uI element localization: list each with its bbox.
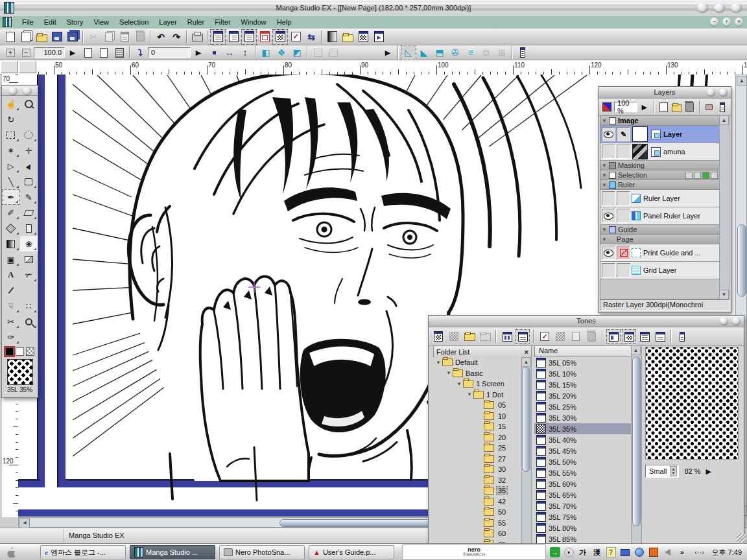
layers-scroll-down[interactable]: ▼ — [719, 290, 729, 299]
menu-ruler[interactable]: Ruler — [182, 18, 209, 26]
tone-item-35L-15[interactable]: 35L 15% — [534, 379, 632, 390]
switch-palette-button[interactable]: ⇆ — [303, 29, 319, 45]
draw-color-black-swatch[interactable] — [5, 347, 14, 356]
layer-name[interactable]: Layer — [663, 130, 682, 138]
rotation-presets-arrow[interactable]: ▶ — [191, 45, 206, 60]
layer-row-ruler-layer[interactable]: Ruler Layer — [600, 190, 720, 207]
layer-thumbnail[interactable] — [632, 144, 648, 159]
scatter-tool[interactable]: ∷ — [20, 298, 38, 314]
open-button[interactable] — [34, 29, 49, 45]
bucket-tool[interactable] — [2, 220, 20, 236]
selection-icon-2[interactable] — [694, 172, 701, 179]
tree-folder-55[interactable]: 55 — [433, 518, 523, 529]
tone-sample-button[interactable] — [553, 329, 567, 344]
layers-section-selection[interactable]: ▼Selection — [600, 170, 720, 180]
folder-list-close-icon[interactable]: × — [525, 348, 528, 356]
doc-minimize-button[interactable]: − — [710, 18, 718, 26]
volume-tray-icon[interactable] — [663, 547, 673, 557]
menu-edit[interactable]: Edit — [39, 18, 62, 26]
layer-row-panel-ruler[interactable]: Panel Ruler Layer — [600, 207, 720, 225]
tree-folder-30[interactable]: 30 — [433, 464, 523, 475]
layers-section-image[interactable]: ▼Image — [600, 116, 720, 126]
toolbar-menu-button[interactable] — [515, 45, 530, 60]
sewing-tool[interactable]: ✃ — [20, 267, 38, 283]
current-tone-preview[interactable] — [7, 359, 33, 385]
cut-button[interactable]: ✂ — [86, 29, 101, 45]
marker-tool[interactable]: ✐ — [2, 205, 20, 220]
size-stepper[interactable]: ▲▼ — [670, 466, 678, 476]
window-button-2[interactable] — [714, 3, 725, 12]
menu-selection[interactable]: Selection — [114, 18, 154, 26]
snap-ruler-button[interactable]: ◧ — [258, 45, 274, 60]
folder-tree-scrollbar[interactable]: ▲ — [521, 357, 532, 558]
ruler-pen-tool[interactable]: ✑ — [2, 329, 20, 345]
layer-name[interactable]: Panel Ruler Layer — [643, 212, 700, 220]
no-draw-cell[interactable] — [617, 246, 630, 260]
tree-folder-32[interactable]: 32 — [433, 475, 523, 486]
selection-icon-3[interactable] — [711, 172, 718, 179]
task-ie[interactable]: e엠파스 블로그 -... — [40, 545, 126, 559]
tone-item-35L-55[interactable]: 35L 55% — [534, 467, 632, 478]
task-nero[interactable]: Nero PhotoSna... — [219, 545, 305, 559]
globe-tray-icon[interactable] — [634, 547, 645, 557]
name-column-header[interactable]: Name — [534, 345, 632, 357]
show-preview-view-button[interactable] — [622, 329, 636, 344]
tools-palette-titlebar[interactable] — [2, 86, 38, 96]
visibility-cell[interactable] — [602, 145, 615, 159]
redo-button[interactable]: ↷ — [169, 29, 184, 45]
panel-tool[interactable] — [20, 251, 38, 267]
tones-collapse-button[interactable] — [732, 317, 741, 325]
menu-view[interactable]: View — [88, 18, 114, 26]
actions-button[interactable]: ► — [371, 29, 386, 45]
layer-name[interactable]: Ruler Layer — [643, 194, 680, 202]
gradation-tool[interactable] — [2, 236, 20, 251]
toggle-guide-palette-button[interactable] — [257, 29, 272, 45]
preview-size-select[interactable]: Small ▲▼ — [645, 465, 679, 478]
list-view-button[interactable] — [516, 329, 530, 344]
layer-row-print-guide[interactable]: Print Guide and ... — [600, 244, 720, 262]
tools-close-button[interactable] — [8, 87, 18, 95]
prev-page-button[interactable] — [80, 45, 96, 60]
ime-hanja-icon[interactable]: 漢 — [592, 547, 602, 557]
menu-filter[interactable]: Filter — [209, 18, 235, 26]
tree-folder-15[interactable]: 15 — [433, 421, 523, 432]
tone-item-35L-20[interactable]: 35L 20% — [534, 390, 632, 401]
visibility-cell[interactable] — [602, 246, 615, 260]
object-selector-tool[interactable]: ▷ — [2, 158, 20, 174]
title-bar[interactable]: Manga Studio EX - [[New Page] (182,00 * … — [0, 0, 747, 16]
network-tray-icon[interactable]: ‹··› — [691, 547, 708, 557]
layers-collapse-button[interactable] — [719, 88, 728, 96]
tone-item-35L-65[interactable]: 35L 65% — [534, 489, 632, 500]
layers-palette-titlebar[interactable]: Layers — [599, 87, 731, 99]
draw-cell[interactable] — [617, 209, 630, 223]
layers-section-guide[interactable]: ▼Guide — [600, 225, 720, 235]
eyedropper-tool[interactable] — [2, 283, 20, 298]
tree-folder-35[interactable]: 35 — [433, 485, 523, 496]
visibility-cell[interactable] — [602, 263, 615, 277]
thumbnail-view-button[interactable] — [500, 329, 514, 344]
magic-wand-tool[interactable]: ✶ — [2, 143, 20, 158]
paste-tone-button[interactable] — [431, 329, 445, 344]
ime-korean-icon[interactable]: 가 — [578, 547, 588, 557]
tone-item-35L-60[interactable]: 35L 60% — [534, 478, 632, 489]
nero-search-box[interactable]: nero ®SEARCH — [402, 544, 546, 560]
layers-section-masking[interactable]: ▼Masking — [600, 161, 720, 170]
scroll-left-arrow[interactable]: ◄ — [19, 518, 30, 528]
tree-scroll-up[interactable]: ▲ — [521, 357, 531, 367]
draw-color-white-swatch[interactable] — [16, 347, 24, 356]
list-scroll-up[interactable]: ▲ — [631, 345, 641, 355]
select-frame-button[interactable] — [326, 45, 341, 60]
tree-folder-42[interactable]: 42 — [433, 496, 523, 508]
menu-help[interactable]: Help — [272, 18, 297, 26]
ruler-zoom-tool[interactable] — [20, 314, 38, 329]
pages-button[interactable] — [112, 45, 127, 60]
apply-tone-button[interactable] — [447, 329, 461, 344]
selection-icon-1[interactable] — [685, 172, 693, 179]
ruler-cutter-tool[interactable]: ✂ — [2, 314, 20, 329]
gradation-button[interactable] — [324, 29, 340, 45]
menu-story[interactable]: Story — [62, 18, 89, 26]
layer-name[interactable]: Grid Layer — [643, 266, 676, 274]
ruler-parallel-button[interactable]: ≡ — [463, 45, 479, 60]
zoom-presets-arrow[interactable]: ▶ — [65, 45, 80, 60]
marquee-tool[interactable] — [2, 127, 20, 143]
